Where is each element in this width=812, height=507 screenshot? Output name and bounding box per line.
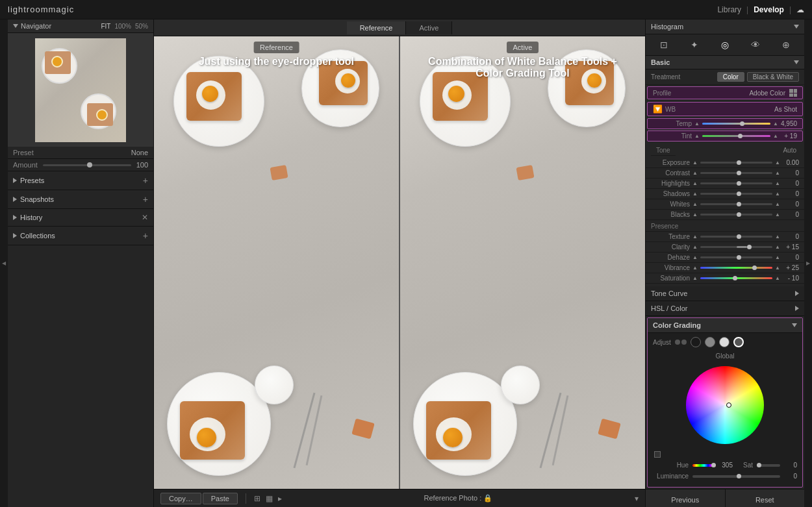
whites-slider[interactable] xyxy=(700,203,772,205)
view-mode-icon[interactable]: ⊞ xyxy=(254,494,260,503)
navigator-collapse-icon[interactable] xyxy=(13,24,18,28)
snapshots-section[interactable]: Snapshots + xyxy=(8,190,153,209)
dehaze-label: Dehaze xyxy=(651,254,690,261)
blacks-value: 0 xyxy=(783,211,799,218)
tab-active[interactable]: Active xyxy=(406,21,452,34)
vibrance-slider[interactable] xyxy=(700,267,772,269)
tone-curve-expand-icon xyxy=(795,291,799,296)
amount-value: 100 xyxy=(136,161,148,169)
tab-reference[interactable]: Reference xyxy=(347,21,407,34)
cg-adjust-label: Adjust xyxy=(653,339,671,346)
collections-add-button[interactable]: + xyxy=(143,230,148,241)
adjust-link-icon[interactable] xyxy=(675,340,687,345)
blacks-slider[interactable] xyxy=(700,214,772,216)
flag-icon[interactable]: ▸ xyxy=(278,494,282,503)
wb-value: As Shot xyxy=(774,106,797,113)
collections-section[interactable]: Collections + xyxy=(8,227,153,245)
bottom-bar: Copy… Paste ⊞ ▦ ▸ Reference Photo : 🔒 ▾ xyxy=(154,489,645,507)
clarity-value: + 15 xyxy=(783,243,799,251)
amount-label: Amount xyxy=(13,161,38,169)
zoom-fit[interactable]: FIT xyxy=(101,23,110,30)
navigator-thumbnail xyxy=(8,33,153,147)
tint-decrease-button[interactable]: ▲ xyxy=(694,133,700,139)
exposure-slider-row: Exposure ▲ ▲ 0.00 xyxy=(646,158,804,168)
chevron-down-icon[interactable]: ▾ xyxy=(635,494,639,503)
contrast-slider-row: Contrast ▲ ▲ 0 xyxy=(646,168,804,179)
basic-section-header[interactable]: Basic xyxy=(646,56,804,69)
info-tool[interactable]: ⊕ xyxy=(779,38,793,52)
bw-treatment-button[interactable]: Black & White xyxy=(747,72,799,82)
histogram-header: Histogram xyxy=(646,19,804,34)
tint-increase-button[interactable]: ▲ xyxy=(773,133,778,139)
cg-link-checkbox[interactable] xyxy=(654,451,661,458)
heal-tool[interactable]: ✦ xyxy=(687,38,702,52)
highlights-slider[interactable] xyxy=(700,182,772,184)
wb-row: 🔽 WB As Shot xyxy=(647,102,803,116)
histogram-collapse-icon[interactable] xyxy=(794,25,799,29)
tone-label: Tone xyxy=(651,144,676,156)
luminance-slider[interactable] xyxy=(692,475,780,478)
grid-icon[interactable]: ▦ xyxy=(266,494,273,503)
zoom-100[interactable]: 100% xyxy=(114,23,131,30)
hsl-section[interactable]: HSL / Color xyxy=(646,301,804,316)
shadows-slider[interactable] xyxy=(700,193,772,195)
color-wheel-indicator xyxy=(726,402,731,408)
color-treatment-button[interactable]: Color xyxy=(717,72,744,82)
snapshots-add-button[interactable]: + xyxy=(143,194,148,204)
compare-area: Reference Just using the eye-dropper too… xyxy=(154,36,645,489)
nav-develop[interactable]: Develop xyxy=(754,5,784,14)
shadows-circle[interactable] xyxy=(691,337,701,347)
highlights-circle[interactable] xyxy=(719,337,730,347)
collections-label: Collections xyxy=(20,232,55,240)
presets-add-button[interactable]: + xyxy=(143,175,148,186)
ref-photo-label: Reference Photo : 🔒 xyxy=(424,494,493,502)
preset-row: Preset None xyxy=(8,147,153,159)
texture-slider[interactable] xyxy=(700,236,772,238)
eyedropper-icon[interactable]: 🔽 xyxy=(653,105,663,114)
collections-expand-icon xyxy=(13,233,17,238)
contrast-slider[interactable] xyxy=(700,172,772,174)
copy-button[interactable]: Copy… xyxy=(160,493,201,504)
mask-tool[interactable]: ◎ xyxy=(718,38,732,52)
crop-tool[interactable]: ⊡ xyxy=(657,38,671,52)
shadows-value: 0 xyxy=(783,190,799,197)
profile-grid-icon[interactable] xyxy=(789,89,797,97)
temp-slider-track[interactable] xyxy=(702,123,770,125)
zoom-50[interactable]: 50% xyxy=(135,23,148,30)
midtones-circle[interactable] xyxy=(705,337,715,347)
color-grading-header[interactable]: Color Grading xyxy=(648,318,802,333)
amount-slider[interactable] xyxy=(43,164,131,166)
treatment-row: Treatment Color Black & White xyxy=(646,69,804,85)
saturation-slider[interactable] xyxy=(700,277,772,279)
temp-increase-button[interactable]: ▲ xyxy=(773,121,778,127)
reference-photo[interactable] xyxy=(154,36,399,489)
presets-section[interactable]: Presets + xyxy=(8,171,153,190)
contrast-label: Contrast xyxy=(651,169,690,177)
exposure-slider[interactable] xyxy=(700,162,772,164)
snapshots-label: Snapshots xyxy=(20,195,54,203)
previous-button[interactable]: Previous xyxy=(646,489,726,507)
dehaze-slider[interactable] xyxy=(700,256,772,258)
hue-label: Hue xyxy=(653,462,689,469)
color-wheel[interactable] xyxy=(686,366,764,444)
left-panel-toggle[interactable]: ◀ xyxy=(0,19,8,507)
auto-badge[interactable]: Auto xyxy=(780,146,799,155)
hue-slider[interactable] xyxy=(692,464,716,467)
history-section[interactable]: History ✕ xyxy=(8,209,153,227)
global-circle[interactable] xyxy=(733,337,744,347)
right-panel-toggle[interactable]: ▶ xyxy=(804,19,812,507)
temp-decrease-button[interactable]: ▲ xyxy=(694,121,700,127)
tint-slider-track[interactable] xyxy=(702,135,770,137)
history-clear-button[interactable]: ✕ xyxy=(142,213,148,222)
sat-slider[interactable] xyxy=(757,464,780,467)
clarity-slider[interactable] xyxy=(700,246,772,248)
cg-global-label: Global xyxy=(648,352,802,360)
paste-button[interactable]: Paste xyxy=(203,493,238,504)
nav-library[interactable]: Library xyxy=(717,5,741,14)
reset-button[interactable]: Reset xyxy=(726,489,805,507)
tone-curve-section[interactable]: Tone Curve xyxy=(646,286,804,301)
red-eye-tool[interactable]: 👁 xyxy=(748,38,763,52)
active-photo[interactable] xyxy=(400,36,645,489)
basic-collapse-icon xyxy=(794,60,799,64)
tint-label: Tint xyxy=(653,132,692,140)
